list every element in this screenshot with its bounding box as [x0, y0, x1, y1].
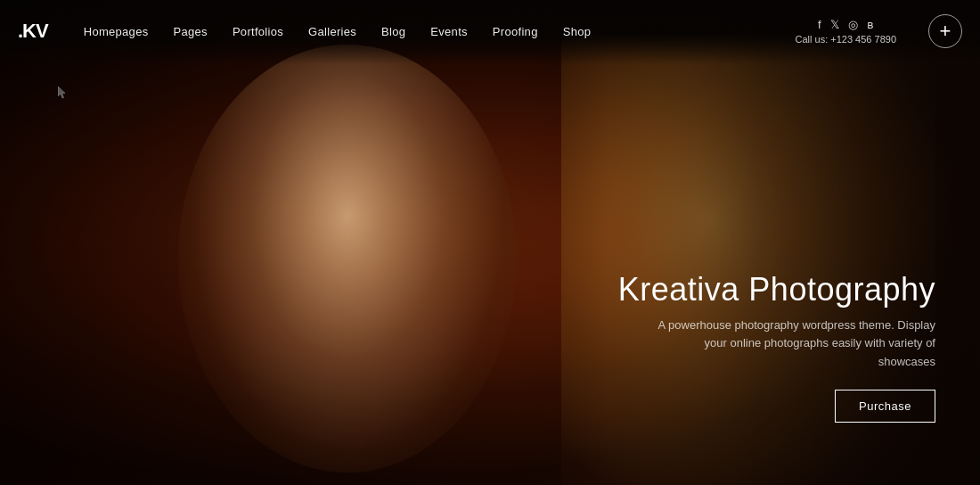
- nav-right-section: f 𝕏 ◎ ʙ Call us: +123 456 7890: [796, 18, 896, 45]
- nav-links: Homepages Pages Portfolios Galleries Blo…: [84, 25, 796, 38]
- nav-galleries[interactable]: Galleries: [308, 25, 356, 38]
- nav-shop[interactable]: Shop: [563, 25, 592, 38]
- facebook-icon[interactable]: f: [818, 18, 821, 31]
- nav-blog[interactable]: Blog: [381, 25, 405, 38]
- behance-icon[interactable]: ʙ: [867, 18, 874, 31]
- cursor-indicator: [58, 86, 67, 95]
- hero-title: Kreativa Photography: [618, 272, 935, 308]
- brand-logo[interactable]: .KV: [18, 20, 48, 43]
- hero-subtitle: A powerhouse photography wordpress theme…: [650, 316, 935, 372]
- twitter-icon[interactable]: 𝕏: [830, 18, 839, 31]
- main-nav: .KV Homepages Pages Portfolios Galleries…: [0, 0, 980, 62]
- social-icons-group: f 𝕏 ◎ ʙ: [818, 18, 874, 31]
- purchase-button[interactable]: Purchase: [835, 390, 935, 423]
- instagram-icon[interactable]: ◎: [848, 18, 858, 31]
- hero-content: Kreativa Photography A powerhouse photog…: [618, 272, 935, 423]
- nav-pages[interactable]: Pages: [174, 25, 208, 38]
- phone-number: Call us: +123 456 7890: [796, 34, 896, 45]
- nav-proofing[interactable]: Proofing: [493, 25, 538, 38]
- nav-portfolios[interactable]: Portfolios: [233, 25, 283, 38]
- hero-face-highlight: [178, 45, 517, 473]
- nav-events[interactable]: Events: [430, 25, 468, 38]
- plus-button[interactable]: +: [928, 14, 962, 48]
- hero-section: .KV Homepages Pages Portfolios Galleries…: [0, 0, 980, 485]
- nav-homepages[interactable]: Homepages: [84, 25, 149, 38]
